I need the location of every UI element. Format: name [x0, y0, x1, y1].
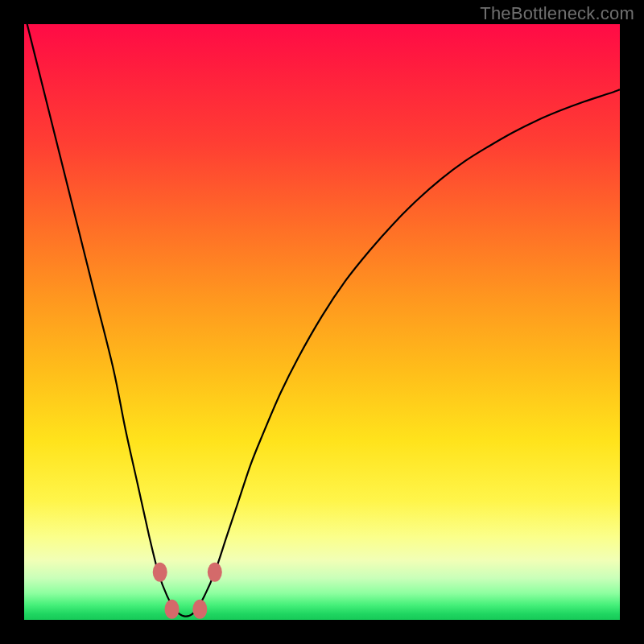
marker-point	[165, 600, 180, 619]
chart-frame: TheBottleneck.com	[0, 0, 644, 644]
bottleneck-curve	[24, 24, 620, 617]
marker-point	[153, 563, 167, 582]
watermark-text: TheBottleneck.com	[480, 3, 634, 24]
marker-point	[192, 600, 207, 619]
plot-area	[24, 24, 620, 620]
marker-point	[208, 563, 222, 582]
markers-group	[153, 563, 222, 619]
chart-svg	[24, 24, 620, 620]
